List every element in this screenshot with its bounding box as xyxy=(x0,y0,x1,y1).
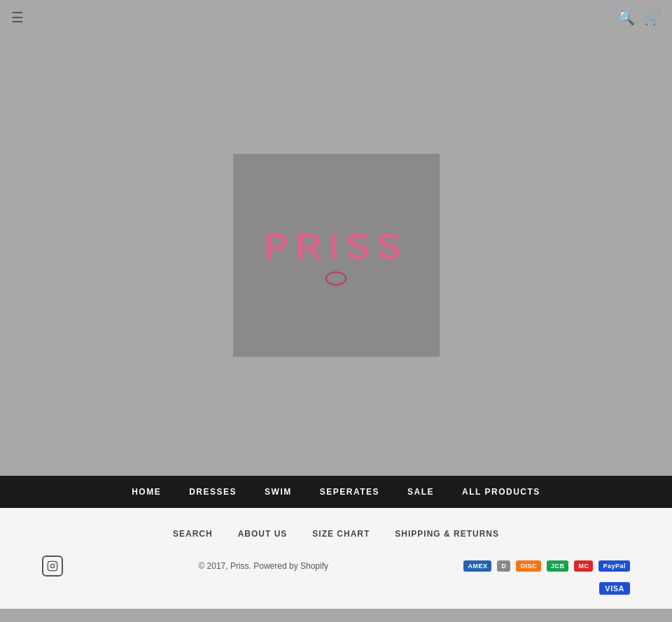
footer: SEARCH ABOUT US SIZE CHART SHIPPING & RE… xyxy=(0,508,672,609)
nav-item-home[interactable]: HOME xyxy=(132,487,161,497)
footer-bottom: © 2017, Priss. Powered by Shopify AMEX D… xyxy=(0,556,672,577)
payment-master: MC xyxy=(574,560,593,572)
nav-item-seperates[interactable]: SEPERATES xyxy=(320,487,379,497)
payment-visa: VISA xyxy=(599,582,630,595)
payment-paypal: PayPal xyxy=(598,560,630,572)
payment-jcb: JCB xyxy=(547,560,569,572)
footer-links: SEARCH ABOUT US SIZE CHART SHIPPING & RE… xyxy=(0,529,672,539)
nav-item-all-products[interactable]: ALL PRODUCTS xyxy=(462,487,540,497)
header-icons: 🔍 🛒 xyxy=(617,9,661,26)
instagram-link[interactable] xyxy=(42,556,63,577)
instagram-icon[interactable] xyxy=(42,556,63,577)
cart-icon[interactable]: 🛒 xyxy=(643,9,661,26)
nav-item-swim[interactable]: SWIM xyxy=(265,487,292,497)
footer-copyright: © 2017, Priss. Powered by Shopify xyxy=(198,561,328,571)
footer-link-search[interactable]: SEARCH xyxy=(173,529,213,539)
svg-point-2 xyxy=(55,563,55,564)
nav-item-sale[interactable]: SALE xyxy=(407,487,434,497)
visa-row: VISA xyxy=(0,577,672,595)
main-content: PRISS xyxy=(0,0,672,476)
logo-box: PRISS xyxy=(233,154,440,357)
payment-icons: AMEX D DISC JCB MC PayPal xyxy=(463,560,630,572)
footer-link-size-chart[interactable]: SIZE CHART xyxy=(312,529,370,539)
logo-circle xyxy=(326,271,346,285)
footer-link-about-us[interactable]: ABOUT US xyxy=(238,529,288,539)
svg-point-1 xyxy=(50,564,54,567)
payment-amex: AMEX xyxy=(463,560,491,572)
svg-rect-0 xyxy=(48,561,57,570)
header: ☰ 🔍 🛒 xyxy=(0,0,672,35)
payment-diners: D xyxy=(497,560,510,572)
nav-bar: HOME DRESSES SWIM SEPERATES SALE ALL PRO… xyxy=(0,476,672,508)
search-icon[interactable]: 🔍 xyxy=(617,9,635,26)
logo-text: PRISS xyxy=(264,225,408,267)
nav-item-dresses[interactable]: DRESSES xyxy=(189,487,237,497)
footer-link-shipping-returns[interactable]: SHIPPING & RETURNS xyxy=(395,529,499,539)
payment-discover: DISC xyxy=(516,560,541,572)
menu-icon[interactable]: ☰ xyxy=(11,9,24,26)
